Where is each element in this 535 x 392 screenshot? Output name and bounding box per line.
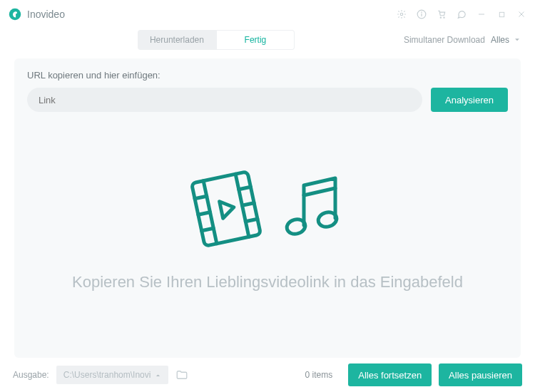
output-label: Ausgabe: xyxy=(13,370,49,380)
download-options: Simultaner Download Alles xyxy=(404,35,521,45)
svg-rect-9 xyxy=(499,12,504,16)
app-title: Inovideo xyxy=(27,9,65,20)
items-count: 0 items xyxy=(305,370,333,380)
titlebar-controls xyxy=(397,9,526,19)
maximize-icon[interactable] xyxy=(496,9,506,19)
url-input[interactable] xyxy=(39,95,411,105)
output-path: C:\Users\tranhom\Inovi xyxy=(63,370,151,380)
svg-point-7 xyxy=(444,17,444,18)
svg-point-22 xyxy=(317,210,338,228)
simultaneous-download-label: Simultaner Download xyxy=(404,35,485,45)
main-panel: URL kopieren und hier einfügen: Analysie… xyxy=(14,58,521,358)
empty-message: Kopieren Sie Ihren Lieblingsvideolink in… xyxy=(72,273,463,292)
cart-icon[interactable] xyxy=(437,9,447,19)
chevron-up-icon xyxy=(155,372,161,378)
svg-point-21 xyxy=(285,217,307,235)
minimize-icon[interactable] xyxy=(477,9,486,19)
svg-line-17 xyxy=(202,228,214,231)
footer: Ausgabe: C:\Users\tranhom\Inovi 0 items … xyxy=(0,358,535,392)
url-input-wrap[interactable] xyxy=(27,88,422,112)
info-icon[interactable] xyxy=(417,9,427,19)
tab-download[interactable]: Herunterladen xyxy=(138,30,216,50)
svg-line-19 xyxy=(242,202,254,205)
settings-icon[interactable] xyxy=(397,9,407,19)
svg-point-1 xyxy=(15,11,17,14)
tabs: Herunterladen Fertig xyxy=(138,30,295,50)
music-note-icon xyxy=(277,170,348,248)
close-icon[interactable] xyxy=(516,9,526,19)
analyze-button[interactable]: Analysieren xyxy=(431,88,508,112)
svg-point-6 xyxy=(440,17,441,18)
titlebar: Inovideo xyxy=(0,0,535,29)
subbar: Herunterladen Fertig Simultaner Download… xyxy=(0,29,535,51)
empty-illustration xyxy=(187,166,348,252)
svg-point-2 xyxy=(400,13,403,16)
pause-all-button[interactable]: Alles pausieren xyxy=(439,363,522,386)
chevron-down-icon xyxy=(514,36,521,43)
empty-state: Kopieren Sie Ihren Lieblingsvideolink in… xyxy=(27,112,508,345)
svg-line-18 xyxy=(239,187,251,190)
svg-line-20 xyxy=(245,219,258,222)
film-icon xyxy=(187,166,265,252)
svg-rect-12 xyxy=(192,171,261,246)
app-logo-icon xyxy=(9,8,21,21)
svg-point-5 xyxy=(422,12,422,13)
output-path-chip[interactable]: C:\Users\tranhom\Inovi xyxy=(56,366,169,384)
svg-line-16 xyxy=(198,212,210,215)
filter-value: Alles xyxy=(491,35,509,45)
resume-all-button[interactable]: Alles fortsetzen xyxy=(348,363,432,386)
open-folder-icon[interactable] xyxy=(175,368,188,381)
svg-line-15 xyxy=(195,196,207,199)
url-input-row: Analysieren xyxy=(27,88,508,112)
chat-icon[interactable] xyxy=(457,9,467,19)
filter-dropdown[interactable]: Alles xyxy=(491,35,521,45)
url-label: URL kopieren und hier einfügen: xyxy=(27,70,508,81)
tab-done[interactable]: Fertig xyxy=(216,30,295,50)
